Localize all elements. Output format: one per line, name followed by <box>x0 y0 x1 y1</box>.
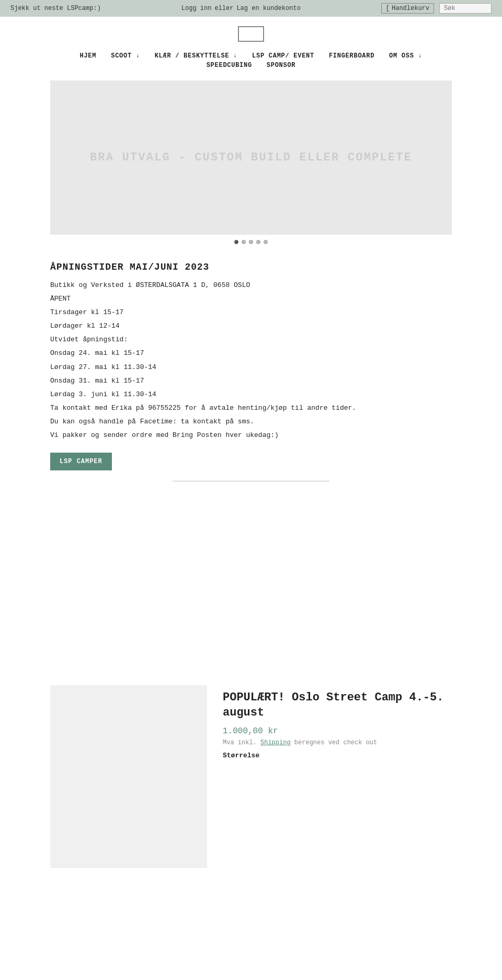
product-title: POPULÆRT! Oslo Street Camp 4.-5. august <box>223 690 452 720</box>
extended-hour-3: Onsdag 31. mai kl 15-17 <box>50 375 452 387</box>
product-shipping-suffix: beregnes ved check out <box>294 739 377 746</box>
status-text: ÅPENT <box>50 293 452 305</box>
top-bar: Sjekk ut neste LSPcamp:) Logg inn eller … <box>0 0 502 17</box>
logo-area <box>0 17 502 47</box>
hero-slider: BRA UTVALG - CUSTOM BUILD ELLER COMPLETE <box>50 80 452 235</box>
product-image <box>50 685 207 868</box>
slider-dot-4[interactable] <box>256 240 260 244</box>
top-bar-right: [ Handlekurv <box>381 3 492 14</box>
logo[interactable] <box>238 26 264 42</box>
promo-text: Sjekk ut neste LSPcamp:) <box>10 5 101 12</box>
extended-hour-4: Lørdag 3. juni kl 11.30-14 <box>50 389 452 400</box>
main-nav: HJEM SCOOT ↓ KLÆR / BESKYTTELSE ↓ LSP CA… <box>0 47 502 75</box>
cart-label: Handlekurv <box>392 5 429 12</box>
section-divider <box>173 481 329 481</box>
product-shipping-link[interactable]: Shipping <box>260 739 291 746</box>
hours-tuesday: Tirsdager kl 15-17 <box>50 307 452 318</box>
extended-hour-2: Lørdag 27. mai kl 11.30-14 <box>50 362 452 373</box>
contact-line-1: Ta kontakt med Erika på 96755225 for å a… <box>50 402 452 414</box>
nav-item-lsp-camp[interactable]: LSP CAMP/ EVENT <box>252 52 314 60</box>
slider-dot-1[interactable] <box>234 240 238 244</box>
slider-dot-5[interactable] <box>264 240 268 244</box>
register-link[interactable]: Lag en kundekonto <box>236 5 300 12</box>
opening-hours-title: ÅPNINGSTIDER MAI/JUNI 2023 <box>50 262 452 272</box>
hours-saturday: Lørdager kl 12-14 <box>50 320 452 332</box>
whitespace-area <box>0 487 502 675</box>
product-size-label: Størrelse <box>223 752 452 759</box>
product-price: 1.000,00 kr <box>223 727 452 736</box>
product-section: POPULÆRT! Oslo Street Camp 4.-5. august … <box>0 675 502 868</box>
nav-row-2: SPEEDCUBING SPONSOR <box>207 62 296 69</box>
or-separator: eller <box>214 5 233 12</box>
product-meta-tax: Mva inkl. Shipping beregnes ved check ou… <box>223 739 452 746</box>
cart-icon: [ <box>386 5 390 12</box>
product-tax-label: Mva inkl. <box>223 739 257 746</box>
slider-dot-2[interactable] <box>242 240 246 244</box>
nav-item-scoot[interactable]: SCOOT ↓ <box>111 52 140 60</box>
cart-link[interactable]: [ Handlekurv <box>381 3 434 14</box>
contact-line-2: Du kan også handle på Facetime: ta konta… <box>50 416 452 428</box>
extended-label: Utvidet åpningstid: <box>50 334 452 345</box>
shipping-line: Vi pakker og sender ordre med Bring Post… <box>50 430 452 441</box>
nav-item-klar[interactable]: KLÆR / BESKYTTELSE ↓ <box>155 52 237 60</box>
nav-item-om-oss[interactable]: OM OSS ↓ <box>389 52 422 60</box>
extended-hour-1: Onsdag 24. mai kl 15-17 <box>50 348 452 359</box>
nav-row-1: HJEM SCOOT ↓ KLÆR / BESKYTTELSE ↓ LSP CA… <box>80 52 423 60</box>
lsp-camper-button[interactable]: LSP CAMPER <box>50 453 112 470</box>
nav-item-sponsor[interactable]: SPONSOR <box>267 62 295 69</box>
hero-text: BRA UTVALG - CUSTOM BUILD ELLER COMPLETE <box>90 149 412 166</box>
search-input[interactable] <box>439 3 492 14</box>
nav-item-speedcubing[interactable]: SPEEDCUBING <box>207 62 252 69</box>
nav-item-hjem[interactable]: HJEM <box>80 52 97 60</box>
slider-dot-3[interactable] <box>249 240 253 244</box>
slider-dots <box>0 240 502 244</box>
login-link[interactable]: Logg inn <box>181 5 212 12</box>
address-text: Butikk og Verksted i ØSTERDALSGATA 1 D, … <box>50 280 452 291</box>
opening-hours-section: ÅPNINGSTIDER MAI/JUNI 2023 Butikk og Ver… <box>0 257 502 470</box>
nav-item-fingerboard[interactable]: FINGERBOARD <box>329 52 374 60</box>
product-info: POPULÆRT! Oslo Street Camp 4.-5. august … <box>223 685 452 759</box>
auth-links: Logg inn eller Lag en kundekonto <box>181 5 301 12</box>
